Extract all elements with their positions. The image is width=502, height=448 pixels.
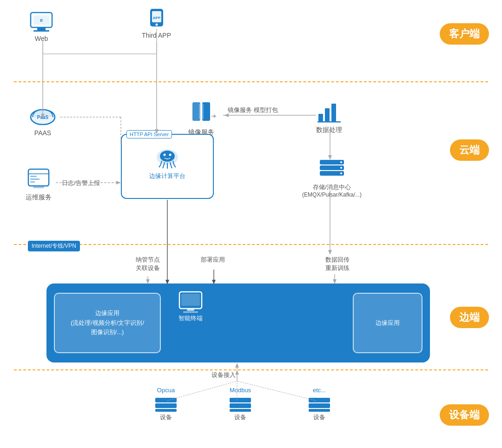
ops-node: 运维服务 (26, 167, 52, 202)
deploy-annotation: 部署应用 (201, 256, 225, 264)
opcua-label: Opcua (157, 387, 175, 394)
edge-zone-box: 边缘应用(流处理/视频分析/文字识别/图像识别/...) 智能终端 边缘应用 (46, 283, 430, 362)
svg-rect-17 (325, 108, 330, 121)
svg-point-31 (340, 172, 342, 174)
storage-label2: (EMQX/Pulsar/Kafka/...) (302, 191, 362, 198)
svg-point-34 (160, 151, 175, 162)
managed-annotation: 纳管节点 关联设备 (136, 256, 160, 272)
device2-icon (228, 396, 253, 413)
svg-rect-48 (309, 403, 330, 408)
paas-node: PaaS PAAS (29, 103, 57, 137)
svg-marker-65 (328, 250, 332, 255)
svg-point-35 (164, 154, 166, 156)
svg-rect-42 (155, 403, 177, 408)
svg-point-36 (169, 154, 172, 156)
managed-node2: 关联设备 (136, 264, 160, 272)
device3-label: 设备 (313, 414, 325, 421)
svg-rect-22 (30, 176, 37, 177)
edge-app2-label: 边缘应用 (376, 319, 400, 327)
dashed-line-1 (14, 81, 488, 82)
data-return1: 数据回传 (325, 256, 350, 264)
etc-node: etc... 设备 (307, 386, 332, 422)
edge-app1-label: 边缘应用(流处理/视频分析/文字识别/图像识别/...) (71, 309, 144, 337)
svg-point-7 (155, 24, 158, 26)
mirror-service-node: 镜像服务 (188, 100, 214, 137)
svg-rect-44 (230, 398, 251, 402)
api-box-label: HTTP API Server (126, 130, 172, 138)
svg-rect-40 (183, 311, 198, 313)
svg-point-30 (340, 167, 342, 169)
device1-icon (153, 396, 178, 413)
web-label: Web (35, 35, 48, 42)
data-process-node: 数据处理 (316, 100, 342, 134)
paas-label: PAAS (34, 129, 51, 137)
dashed-line-2 (14, 244, 488, 245)
svg-text:APP: APP (152, 16, 160, 20)
data-return-annotation: 数据回传 重新训练 (325, 256, 350, 272)
svg-rect-24 (30, 181, 35, 183)
storage-label1: 存储/消息中心 (313, 183, 351, 191)
svg-rect-39 (187, 309, 194, 311)
svg-rect-4 (33, 30, 49, 32)
svg-text:PaaS: PaaS (37, 115, 49, 120)
storage-icon (318, 158, 346, 180)
device-access-annotation: 设备接入 (211, 371, 236, 379)
edge-app1-box: 边缘应用(流处理/视频分析/文字识别/图像识别/...) (54, 293, 161, 353)
svg-rect-38 (181, 294, 200, 306)
third-app-node: APP Third APP (142, 8, 171, 39)
edge-compute-label: 边缘计算平台 (149, 172, 185, 180)
data-process-label: 数据处理 (316, 126, 342, 134)
etc-label: etc... (313, 387, 326, 394)
svg-rect-18 (331, 104, 336, 121)
svg-rect-3 (37, 28, 46, 30)
storage-node: 存储/消息中心 (EMQX/Pulsar/Kafka/...) (302, 158, 362, 198)
svg-marker-80 (235, 370, 239, 375)
web-icon: e (29, 12, 54, 32)
log-annotation: 日志/告警上报 (62, 179, 100, 187)
svg-rect-20 (28, 169, 49, 186)
zone-client: 客户端 (440, 23, 489, 45)
diagram-container: 客户端 云端 边端 设备端 Internet/专线/VPN e Web APP … (0, 0, 502, 448)
svg-rect-49 (309, 409, 330, 412)
svg-rect-41 (155, 398, 177, 402)
svg-rect-16 (318, 114, 323, 121)
svg-rect-15 (202, 104, 204, 119)
paas-icon: PaaS (29, 103, 57, 126)
svg-rect-47 (309, 398, 330, 402)
svg-rect-25 (33, 186, 44, 188)
device2-label: 设备 (234, 414, 246, 421)
mirror-annotation: 镜像服务 模型打包 (228, 106, 278, 114)
arrows-overlay (0, 0, 502, 448)
modbus-label: Modbus (230, 387, 251, 394)
svg-point-29 (340, 161, 342, 163)
modbus-node: Modbus 设备 (228, 386, 253, 422)
svg-text:e: e (40, 17, 43, 23)
mirror-icon (190, 100, 213, 125)
dashed-line-3 (14, 369, 488, 370)
smart-terminal-node: 智能终端 (177, 290, 205, 323)
svg-rect-43 (155, 409, 177, 412)
web-node: e Web (29, 12, 54, 42)
device3-icon (307, 396, 332, 413)
vpn-label: Internet/专线/VPN (28, 241, 80, 251)
smart-terminal-label: 智能终端 (178, 314, 203, 323)
svg-marker-67 (116, 181, 121, 184)
smart-terminal-icon (177, 290, 205, 314)
data-process-icon (317, 100, 342, 123)
svg-rect-45 (230, 403, 251, 408)
opcua-node: Opcua 设备 (153, 386, 178, 422)
svg-rect-23 (30, 178, 40, 180)
ops-icon (26, 167, 51, 191)
ops-label: 运维服务 (26, 193, 52, 202)
third-app-label: Third APP (142, 32, 171, 39)
edge-compute-icon (152, 147, 182, 171)
api-server-box: HTTP API Server 边缘计算平台 (121, 134, 214, 199)
edge-app2-box: 边缘应用 (353, 293, 423, 353)
svg-marker-75 (235, 363, 239, 368)
svg-rect-19 (317, 121, 341, 123)
svg-rect-46 (230, 409, 251, 412)
svg-rect-14 (199, 104, 201, 119)
data-return2: 重新训练 (325, 264, 350, 272)
app-icon: APP (146, 8, 167, 29)
managed-node1: 纳管节点 (136, 256, 160, 264)
